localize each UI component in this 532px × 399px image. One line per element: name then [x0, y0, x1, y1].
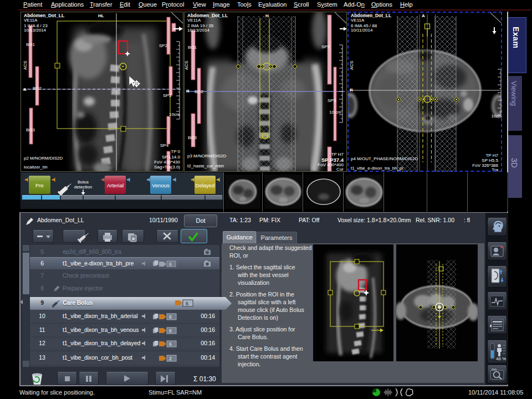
svg-text:Arterial: Arterial	[107, 182, 124, 188]
svg-text:6: 6	[169, 262, 172, 267]
svg-text:Delayed: Delayed	[196, 182, 215, 188]
svg-text:Bolus: Bolus	[78, 180, 89, 185]
svg-text:46 %: 46 %	[496, 356, 506, 361]
svg-text:Pre: Pre	[35, 182, 44, 188]
svg-text:2: 2	[169, 356, 172, 361]
svg-text:6: 6	[169, 328, 172, 334]
svg-text:6: 6	[186, 301, 188, 306]
svg-text:detection: detection	[74, 185, 92, 190]
svg-text:Venous: Venous	[152, 182, 170, 188]
svg-text:6: 6	[169, 314, 172, 320]
svg-text:6: 6	[169, 341, 172, 347]
